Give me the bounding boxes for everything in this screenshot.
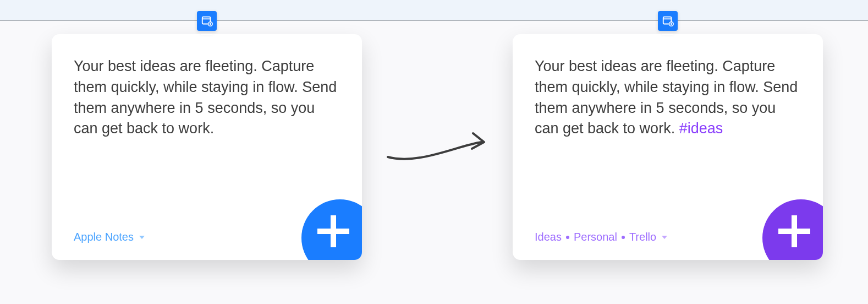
separator-dot-icon	[622, 236, 625, 239]
note-body-text: Your best ideas are fleeting. Capture th…	[535, 58, 798, 137]
popover-pointer	[661, 34, 674, 35]
note-hashtag: #ideas	[679, 120, 723, 137]
destination-item: Trello	[629, 231, 656, 243]
menu-bar-app-icon-left[interactable]	[197, 11, 217, 31]
plus-icon	[317, 215, 349, 247]
separator-dot-icon	[566, 236, 569, 239]
capture-card-left: Your best ideas are fleeting. Capture th…	[52, 34, 362, 260]
chevron-down-icon	[662, 236, 667, 239]
new-window-icon	[201, 15, 213, 27]
destination-item: Personal	[574, 231, 617, 243]
destination-item: Apple Notes	[74, 231, 134, 243]
add-note-button[interactable]	[301, 199, 362, 260]
arrow-right-icon	[385, 127, 495, 171]
capture-card-right: Your best ideas are fleeting. Capture th…	[513, 34, 823, 260]
browser-menu-bar	[0, 0, 868, 21]
plus-icon	[778, 215, 810, 247]
popover-pointer	[200, 34, 213, 35]
menu-bar-app-icon-right[interactable]	[658, 11, 678, 31]
destination-picker[interactable]: Apple Notes	[74, 231, 145, 243]
chevron-down-icon	[139, 236, 145, 239]
note-body-text: Your best ideas are fleeting. Capture th…	[74, 58, 337, 137]
note-text-area[interactable]: Your best ideas are fleeting. Capture th…	[535, 56, 801, 139]
add-note-button[interactable]	[762, 199, 823, 260]
new-window-icon	[662, 15, 674, 27]
note-text-area[interactable]: Your best ideas are fleeting. Capture th…	[74, 56, 340, 139]
destination-picker[interactable]: Ideas Personal Trello	[535, 231, 667, 243]
destination-item: Ideas	[535, 231, 562, 243]
